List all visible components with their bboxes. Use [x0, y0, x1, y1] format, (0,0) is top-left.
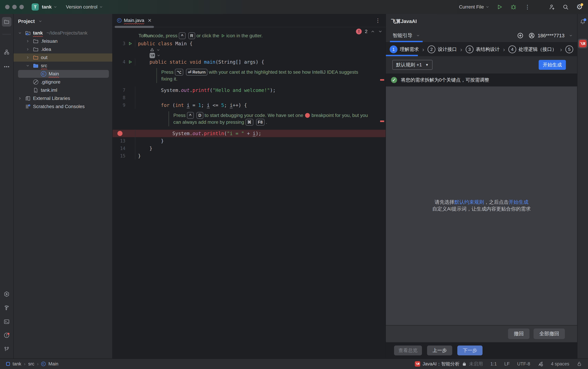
problems-tool-button[interactable] — [2, 330, 11, 340]
more-tools-button[interactable] — [2, 62, 11, 72]
chevron-right-icon[interactable] — [25, 39, 31, 43]
window-controls[interactable] — [5, 5, 24, 9]
add-user-button[interactable] — [548, 3, 555, 11]
settings-button[interactable]: ⚙ — [576, 3, 583, 11]
breakpoint-dot[interactable] — [117, 131, 122, 136]
caret-position-widget[interactable]: 1:1 — [490, 361, 497, 367]
indent-widget[interactable]: 4 spaces — [551, 361, 569, 367]
project-tool-button[interactable] — [2, 17, 11, 27]
tree-item-main[interactable]: CMain — [14, 70, 112, 78]
chevron-right-icon[interactable] — [25, 48, 31, 51]
code-line-7[interactable]: 7 System.out.printf("Hello and welcome!"… — [113, 86, 386, 94]
close-tab-icon[interactable]: ✕ — [148, 18, 152, 23]
rules-dropdown[interactable]: 默认规则 +1▼ — [392, 60, 432, 70]
run-button[interactable] — [496, 3, 503, 11]
debug-button[interactable] — [510, 3, 517, 11]
error-stripe-mark[interactable] — [380, 79, 384, 81]
run-config-selector[interactable]: Current File — [459, 4, 489, 10]
tree-item--gitignore[interactable]: .gitignore — [14, 78, 112, 86]
services-tool-button[interactable] — [2, 289, 11, 299]
tree-item--feisuan[interactable]: .feisuan — [14, 37, 112, 45]
error-stripe-mark[interactable] — [380, 121, 384, 122]
feisuan-inline-actions[interactable]: 飞算 — [113, 53, 386, 58]
project-name-menu[interactable]: tank — [42, 4, 52, 10]
step-1[interactable]: 1理解需求 — [390, 45, 419, 53]
feisuan-inline-actions[interactable] — [113, 47, 386, 53]
minimize-window-icon[interactable] — [12, 5, 17, 9]
javaai-analysis-widget[interactable]: 飞算 JavaAI：智能分析 未启用 — [415, 361, 483, 367]
build-tool-button[interactable] — [2, 303, 11, 312]
close-window-icon[interactable] — [5, 5, 10, 9]
chevron-down-icon[interactable] — [25, 64, 31, 68]
chevron-down-icon[interactable] — [17, 31, 23, 35]
generate-button[interactable]: 开始生成 — [539, 60, 566, 70]
step-5[interactable]: 5 — [565, 45, 573, 53]
editor-options-button[interactable]: ⋮ — [375, 18, 380, 23]
editor[interactable]: C Main.java ✕ ⋮ ! 2 To Run code, press ^… — [113, 14, 386, 359]
feisuan-knot-icon[interactable] — [149, 48, 155, 53]
breadcrumb-file[interactable]: Main — [48, 361, 58, 367]
code-line-3[interactable]: 3public class Main { — [113, 40, 386, 47]
default-rules-link[interactable]: 默认约束规则 — [454, 199, 484, 205]
search-everywhere-button[interactable] — [562, 3, 569, 11]
tab-main-java[interactable]: C Main.java ✕ — [116, 14, 153, 27]
line-separator-widget[interactable]: LF — [504, 361, 510, 367]
code-area[interactable]: To Run code, press ^R or click the icon … — [113, 27, 386, 160]
code-token: "i = " — [227, 131, 244, 136]
structure-tool-button[interactable] — [2, 47, 11, 57]
code-line-15[interactable]: 15} — [113, 152, 386, 160]
prev-problem-button[interactable] — [370, 29, 375, 34]
step-3[interactable]: 3表结构设计 — [466, 45, 500, 53]
code-line-8[interactable]: 8 — [113, 94, 386, 102]
inspection-widget[interactable]: ! 2 — [356, 29, 382, 34]
run-line-button[interactable] — [125, 41, 135, 46]
prev-step-button[interactable]: 上一步 — [427, 346, 452, 355]
undo-button[interactable]: 撤回 — [508, 328, 529, 339]
code-line-9[interactable]: 9 for (int i = 1; i <= 5; i++) { — [113, 102, 386, 109]
tree-item-out[interactable]: out — [14, 53, 112, 62]
tree-item-tank-iml[interactable]: tank.iml — [14, 86, 112, 94]
breadcrumb-src[interactable]: src — [28, 361, 34, 367]
unlock-icon[interactable] — [577, 361, 582, 367]
breadcrumb-project[interactable]: tank — [13, 361, 21, 367]
account-selector[interactable]: 186****7713 — [528, 32, 573, 39]
terminal-tool-button[interactable] — [2, 317, 11, 327]
tree-item-external-libraries[interactable]: External Libraries — [14, 94, 112, 102]
tree-item-src[interactable]: src — [14, 62, 112, 70]
tab-smart-guide[interactable]: 智能引导 — [393, 29, 420, 42]
step-4[interactable]: 4处理逻辑（接口） — [508, 45, 557, 53]
code-line-14[interactable]: 14 } — [113, 145, 386, 152]
feisuan-box-icon[interactable]: 飞算 — [149, 53, 155, 58]
project-panel-title[interactable]: Project — [18, 19, 35, 24]
chevron-down-icon[interactable] — [156, 48, 160, 52]
project-avatar[interactable]: T — [32, 3, 39, 10]
feisuan-tool-button[interactable]: 飞算 — [578, 39, 588, 48]
next-step-button[interactable]: 下一步 — [457, 346, 482, 355]
add-button[interactable] — [517, 32, 524, 39]
encoding-widget[interactable]: UTF-8 — [517, 361, 530, 367]
code-line[interactable]: System.out.println("i = " + i); — [113, 130, 386, 137]
tree-item-scratches-and-consoles[interactable]: Scratches and Consoles — [14, 102, 112, 111]
zoom-window-icon[interactable] — [20, 5, 24, 9]
git-tool-button[interactable] — [2, 345, 11, 354]
chevron-right-icon[interactable] — [17, 96, 23, 100]
breakpoint-icon — [305, 113, 310, 118]
next-problem-button[interactable] — [378, 29, 382, 34]
tree-item--idea[interactable]: .idea — [14, 45, 112, 53]
more-actions-button[interactable]: ⋮ — [524, 3, 531, 11]
code-line-4[interactable]: 4 public static void main(String[] args)… — [113, 58, 386, 66]
view-overview-button[interactable]: 查看总览 — [394, 346, 422, 355]
vcs-menu[interactable]: Version control — [66, 4, 98, 10]
start-generate-link[interactable]: 开始生成 — [509, 199, 528, 205]
tree-item-tank[interactable]: tank~/IdeaProjects/tank — [14, 29, 112, 37]
notifications-button[interactable] — [580, 19, 586, 24]
code-line-13[interactable]: 13 } — [113, 137, 386, 145]
chevron-down-icon[interactable] — [157, 54, 160, 57]
run-line-button[interactable] — [125, 60, 135, 64]
vcs-disabled-icon[interactable] — [538, 361, 543, 367]
step-label: 处理逻辑（接口） — [518, 46, 557, 53]
chevron-right-icon[interactable] — [25, 56, 31, 59]
step-2[interactable]: 2设计接口 — [428, 45, 457, 53]
error-count: 2 — [365, 29, 368, 34]
undo-all-button[interactable]: 全部撤回 — [534, 328, 565, 339]
